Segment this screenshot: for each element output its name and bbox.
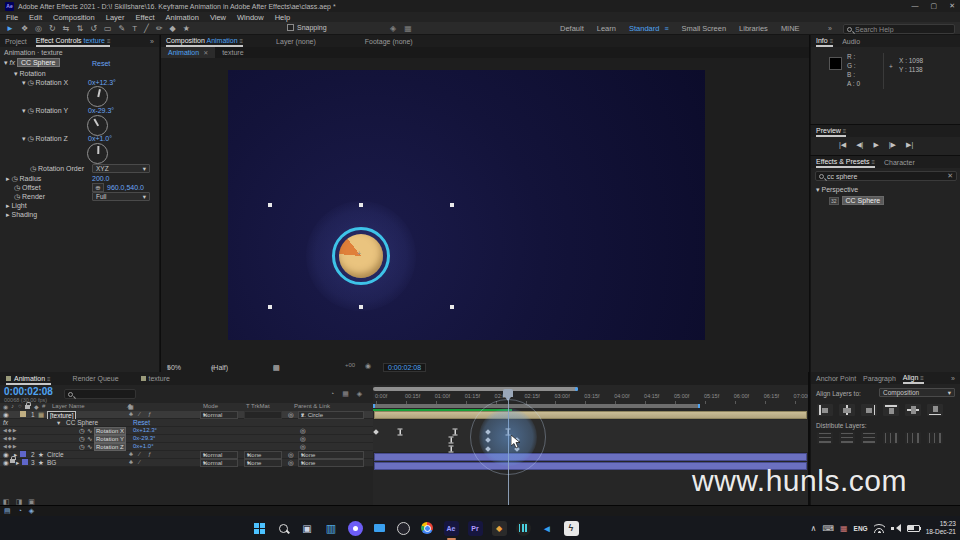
- layer-color-swatch[interactable]: [22, 459, 28, 465]
- selection-handle[interactable]: [359, 305, 363, 309]
- hand-tool[interactable]: ❖: [21, 22, 28, 35]
- distribute-left-button[interactable]: [883, 432, 899, 444]
- layer-color-swatch[interactable]: [20, 451, 26, 457]
- selection-tool[interactable]: ►: [6, 22, 14, 35]
- lock-icon[interactable]: [10, 459, 15, 463]
- volume-icon[interactable]: [891, 524, 901, 533]
- workspace-menu-icon[interactable]: ≡: [664, 25, 668, 32]
- stopwatch-icon[interactable]: ◷: [14, 193, 20, 200]
- menu-help[interactable]: Help: [275, 13, 290, 22]
- time-ruler[interactable]: 0:00f00:15f01:00f01:15f02:00f02:15f03:00…: [373, 385, 808, 404]
- close-button[interactable]: ✕: [949, 2, 955, 10]
- trkmat-column[interactable]: T TrkMat: [246, 403, 270, 409]
- tab-effects-presets[interactable]: Effects & Presets ≡: [816, 156, 875, 168]
- align-top-button[interactable]: [883, 404, 899, 416]
- tab-render-queue[interactable]: Render Queue: [73, 375, 119, 382]
- property-row-rotation-y[interactable]: ◀◆▶ ◷ ∿ Rotation Y 0x-29.3° ◎: [0, 435, 373, 443]
- align-to-dropdown[interactable]: Composition▾: [879, 388, 955, 397]
- rotation-x-dial[interactable]: [87, 86, 108, 107]
- pickwhip-icon[interactable]: ◎: [288, 411, 294, 419]
- tab-character[interactable]: Character: [884, 159, 915, 166]
- clear-search-icon[interactable]: ✕: [947, 172, 953, 180]
- layer-color-swatch[interactable]: [20, 411, 26, 417]
- exposure-value[interactable]: +00: [345, 362, 355, 368]
- radius-value[interactable]: 200.0: [92, 175, 110, 182]
- render-status-icon[interactable]: ◔: [18, 507, 22, 515]
- search-help-box[interactable]: [843, 24, 955, 34]
- motion-blur-icon[interactable]: ♣: [129, 459, 133, 465]
- pickwhip-icon[interactable]: ◎: [288, 459, 294, 467]
- menu-edit[interactable]: Edit: [29, 13, 42, 22]
- puppet-pin-tool[interactable]: ★: [183, 22, 190, 35]
- panel-overflow-icon[interactable]: »: [951, 375, 955, 382]
- parent-dropdown[interactable]: None▾: [298, 459, 364, 467]
- keyboard-icon[interactable]: ⌨: [822, 524, 834, 533]
- eye-icon[interactable]: ◉: [3, 459, 9, 467]
- workspace-standard[interactable]: Standard: [629, 24, 659, 33]
- composition-frame[interactable]: +: [228, 70, 705, 340]
- anchor-point-icon[interactable]: +: [357, 250, 361, 257]
- layer-bar-circle[interactable]: [374, 453, 807, 461]
- graph-editor-icon[interactable]: ◈: [357, 390, 362, 398]
- line-tool[interactable]: ╱: [144, 22, 149, 35]
- tab-effect-controls[interactable]: Effect Controls texture ≡: [36, 35, 111, 47]
- property-value[interactable]: 0x+1.0°: [133, 443, 154, 449]
- tab-layer[interactable]: Layer (none): [276, 38, 316, 45]
- menu-effect[interactable]: Effect: [135, 13, 154, 22]
- draft-3d-icon[interactable]: ▦: [342, 390, 349, 398]
- menu-window[interactable]: Window: [237, 13, 264, 22]
- collapse-icon[interactable]: ▾: [57, 419, 60, 427]
- last-frame-button[interactable]: ▶|: [906, 141, 913, 149]
- menu-composition[interactable]: Composition: [53, 13, 95, 22]
- pickwhip-icon[interactable]: ◎: [300, 427, 306, 435]
- playhead-handle[interactable]: [503, 389, 513, 397]
- distribute-top-button[interactable]: [817, 432, 833, 444]
- clone-stamp-tool[interactable]: ◆: [170, 22, 176, 35]
- stopwatch-icon[interactable]: ◷: [30, 165, 36, 172]
- first-frame-button[interactable]: |◀: [839, 141, 846, 149]
- workspace-libraries[interactable]: Libraries: [739, 24, 768, 33]
- eye-icon[interactable]: ◉: [3, 411, 9, 419]
- distribute-bottom-button[interactable]: [861, 432, 877, 444]
- battery-icon[interactable]: [907, 525, 920, 532]
- effects-search-box[interactable]: ✕: [815, 171, 957, 181]
- close-icon[interactable]: ✕: [203, 50, 208, 56]
- workspace-learn[interactable]: Learn: [597, 24, 616, 33]
- effect-name[interactable]: CC Sphere: [66, 419, 98, 426]
- taskbar-chrome[interactable]: [420, 521, 435, 536]
- keyframe-hold[interactable]: [449, 437, 454, 444]
- taskbar-after-effects[interactable]: Ae: [444, 521, 459, 536]
- timeline-search-box[interactable]: [64, 389, 136, 399]
- property-name[interactable]: Rotation X: [94, 427, 126, 435]
- maximize-button[interactable]: ▢: [931, 2, 938, 10]
- effects-search-input[interactable]: [827, 173, 917, 180]
- align-bottom-button[interactable]: [927, 404, 943, 416]
- keyframe-hold[interactable]: [449, 446, 454, 453]
- brush-tool[interactable]: ✏: [156, 22, 163, 35]
- expand-icon[interactable]: ▸: [16, 459, 19, 467]
- tray-app-icon[interactable]: ▦: [840, 524, 848, 533]
- property-name[interactable]: Rotation Z: [94, 443, 126, 451]
- tab-info[interactable]: Info ≡: [816, 35, 833, 47]
- selection-handle[interactable]: [450, 203, 454, 207]
- keyframe-navigator[interactable]: ◀◆▶: [3, 427, 18, 433]
- mask-feather-icon[interactable]: ◈: [390, 24, 396, 33]
- stopwatch-icon[interactable]: ◷: [79, 435, 85, 443]
- layer-name[interactable]: Circle: [47, 451, 64, 458]
- effects-icon[interactable]: ƒ: [148, 451, 151, 457]
- keyframe-hold[interactable]: [453, 429, 458, 436]
- effect-reset-link[interactable]: Reset: [92, 60, 110, 67]
- panel-menu-icon[interactable]: ≡: [872, 159, 876, 165]
- taskbar-monitor[interactable]: [372, 521, 387, 536]
- offset-crosshair-button[interactable]: ⊕: [92, 183, 104, 192]
- stopwatch-icon[interactable]: ◷: [27, 79, 33, 86]
- taskbar-shield[interactable]: [564, 521, 579, 536]
- keyframe-navigator[interactable]: ◀◆▶: [3, 443, 18, 449]
- panel-menu-icon[interactable]: ≡: [240, 38, 244, 44]
- quality-icon[interactable]: ⁄: [139, 411, 140, 417]
- menu-animation[interactable]: Animation: [166, 13, 199, 22]
- workspace-small-screen[interactable]: Small Screen: [682, 24, 727, 33]
- taskbar-files[interactable]: [324, 521, 339, 536]
- taskbar-start[interactable]: [252, 521, 267, 536]
- pickwhip-icon[interactable]: ◎: [288, 451, 294, 459]
